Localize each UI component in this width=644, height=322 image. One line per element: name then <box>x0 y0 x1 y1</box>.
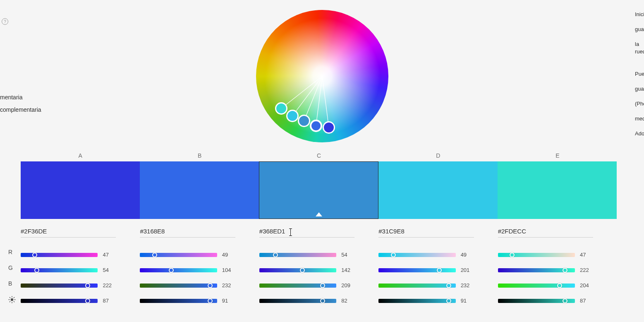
wheel-handle[interactable] <box>298 115 310 127</box>
slider-thumb[interactable] <box>208 298 213 303</box>
slider-value[interactable]: 209 <box>341 282 354 288</box>
rule-item[interactable]: complementaria <box>0 103 41 116</box>
slider-value[interactable]: 47 <box>103 252 116 258</box>
r-slider[interactable] <box>140 253 217 257</box>
slider-thumb[interactable] <box>320 298 325 303</box>
slider-thumb[interactable] <box>446 298 451 303</box>
slider-group: 4722220487 <box>498 252 593 304</box>
slider-value[interactable]: 104 <box>222 267 235 273</box>
hex-input[interactable] <box>378 227 474 238</box>
color-wheel[interactable] <box>256 10 388 142</box>
slider-value[interactable]: 87 <box>580 298 593 304</box>
brightness-slider[interactable] <box>140 299 217 303</box>
slider-value[interactable]: 232 <box>222 282 235 288</box>
slider-value[interactable]: 87 <box>103 298 116 304</box>
slider-value[interactable]: 201 <box>461 267 474 273</box>
wheel-handle[interactable] <box>323 121 335 134</box>
color-column: 5414220982 <box>259 227 378 304</box>
slider-value[interactable]: 82 <box>341 298 354 304</box>
color-column: 4722220487 <box>498 227 617 304</box>
r-slider[interactable] <box>498 253 575 257</box>
slider-value[interactable]: 47 <box>580 252 593 258</box>
color-swatch[interactable] <box>140 161 259 219</box>
hex-input[interactable] <box>498 227 593 238</box>
hex-input[interactable] <box>140 227 235 238</box>
slider-thumb[interactable] <box>152 252 157 257</box>
slider-thumb[interactable] <box>557 283 562 288</box>
svg-line-10 <box>10 297 10 298</box>
slider-value[interactable]: 54 <box>103 267 116 273</box>
brightness-slider[interactable] <box>498 299 575 303</box>
brightness-icon <box>8 296 16 303</box>
wheel-handle[interactable] <box>275 102 287 115</box>
hex-input[interactable] <box>21 227 116 238</box>
brightness-slider[interactable] <box>259 299 336 303</box>
b-slider[interactable] <box>21 284 98 288</box>
g-slider-row: 104 <box>140 267 235 273</box>
slider-thumb[interactable] <box>34 268 39 273</box>
slider-value[interactable]: 222 <box>103 282 116 288</box>
channel-r-label: R <box>8 249 16 255</box>
color-swatch[interactable] <box>498 161 617 219</box>
slider-thumb[interactable] <box>437 268 442 273</box>
g-slider[interactable] <box>378 268 455 272</box>
b-slider[interactable] <box>378 284 455 288</box>
slider-thumb[interactable] <box>85 283 90 288</box>
brightness-slider-row: 82 <box>259 298 354 304</box>
channel-g-label: G <box>8 264 16 271</box>
slider-value[interactable]: 49 <box>222 252 235 258</box>
slider-thumb[interactable] <box>169 268 174 273</box>
slider-thumb[interactable] <box>85 298 90 303</box>
slider-value[interactable]: 91 <box>461 298 474 304</box>
g-slider-row: 222 <box>498 267 593 273</box>
swatch-labels: ABCDE <box>21 152 617 159</box>
slider-group: 475422287 <box>21 252 116 304</box>
slider-value[interactable]: 222 <box>580 267 593 273</box>
color-swatch[interactable] <box>259 161 378 219</box>
slider-thumb[interactable] <box>208 283 213 288</box>
slider-thumb[interactable] <box>446 283 451 288</box>
wheel-handle[interactable] <box>310 120 322 132</box>
slider-value[interactable]: 54 <box>341 252 354 258</box>
swatch-label: D <box>378 152 498 159</box>
g-slider[interactable] <box>21 268 98 272</box>
slider-value[interactable]: 91 <box>222 298 235 304</box>
b-slider[interactable] <box>498 284 575 288</box>
slider-thumb[interactable] <box>391 252 396 257</box>
slider-value[interactable]: 232 <box>461 282 474 288</box>
slider-thumb[interactable] <box>320 283 325 288</box>
help-icon[interactable]: ? <box>2 18 8 25</box>
swatch-label: C <box>259 152 378 159</box>
slider-value[interactable]: 49 <box>461 252 474 258</box>
r-slider[interactable] <box>259 253 336 257</box>
brightness-slider[interactable] <box>378 299 455 303</box>
slider-thumb[interactable] <box>273 252 278 257</box>
hex-input[interactable] <box>259 227 354 238</box>
b-slider-row: 232 <box>378 282 474 288</box>
brightness-slider-row: 87 <box>21 298 116 304</box>
wheel-handle[interactable] <box>286 110 299 122</box>
slider-thumb[interactable] <box>563 268 567 273</box>
rule-item[interactable]: mentaria <box>0 91 41 103</box>
slider-thumb[interactable] <box>563 298 567 303</box>
g-slider[interactable] <box>259 268 336 272</box>
g-slider[interactable] <box>140 268 217 272</box>
r-slider[interactable] <box>21 253 98 257</box>
g-slider[interactable] <box>498 268 575 272</box>
b-slider-row: 232 <box>140 282 235 288</box>
color-wheel-lines <box>256 10 388 142</box>
r-slider[interactable] <box>378 253 455 257</box>
color-swatch[interactable] <box>378 161 498 219</box>
svg-line-4 <box>322 76 329 127</box>
slider-value[interactable]: 204 <box>580 282 593 288</box>
b-slider[interactable] <box>259 284 336 288</box>
slider-group: 4920123291 <box>378 252 474 304</box>
b-slider[interactable] <box>140 284 217 288</box>
slider-thumb[interactable] <box>510 252 515 257</box>
slider-value[interactable]: 142 <box>341 267 354 273</box>
brightness-slider[interactable] <box>21 299 98 303</box>
color-swatch[interactable] <box>21 161 140 219</box>
slider-thumb[interactable] <box>300 268 305 273</box>
slider-thumb[interactable] <box>32 252 37 257</box>
brightness-slider-row: 91 <box>140 298 235 304</box>
